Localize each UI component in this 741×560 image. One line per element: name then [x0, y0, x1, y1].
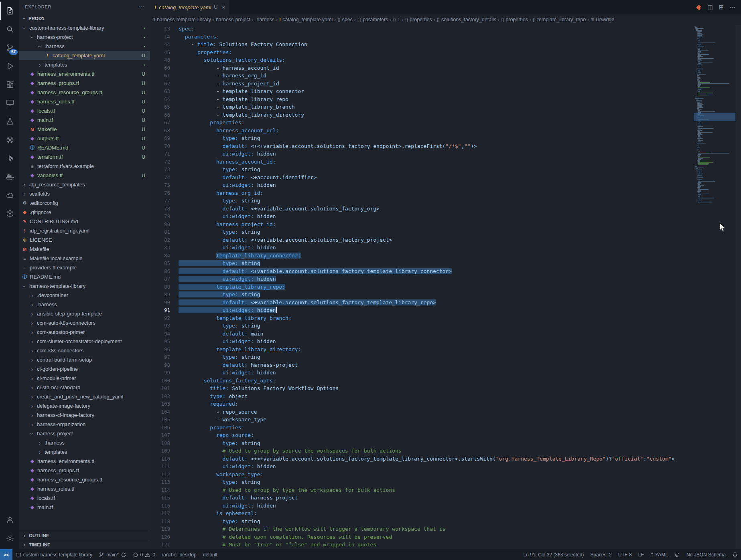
chevron-right-icon[interactable]: ›: [29, 311, 35, 317]
tree-folder-delegate-image-factory[interactable]: ›delegate-image-factory: [19, 401, 150, 410]
chevron-right-icon[interactable]: ›: [29, 421, 35, 428]
breadcrumb-item-spec[interactable]: {}spec: [337, 17, 353, 22]
remote-explorer-icon[interactable]: [0, 94, 19, 112]
code-line-102[interactable]: 102 type: object: [150, 392, 741, 400]
code-line-115[interactable]: 115 default: harness-project: [150, 494, 741, 502]
status-profile[interactable]: default: [200, 549, 221, 560]
tree-file-readme-md[interactable]: ⓘREADME.mdU: [19, 143, 150, 152]
chevron-right-icon[interactable]: ›: [29, 403, 35, 409]
tree-folder-custom-harness-template-library[interactable]: ›custom-harness-template-library●: [19, 23, 150, 32]
tree-folder-idp-resource-templates[interactable]: ›idp_resource_templates: [19, 180, 150, 189]
breadcrumb-item-template-library-repo[interactable]: {}template_library_repo: [533, 17, 586, 22]
code-line-96[interactable]: 96 template_library_directory:: [150, 346, 741, 354]
code-line-89[interactable]: 89 type: string: [150, 291, 741, 299]
split-editor-icon[interactable]: ◫: [707, 4, 713, 11]
tree-folder-ccm-k8s-connectors[interactable]: ›ccm-k8s-connectors: [19, 346, 150, 355]
code-editor[interactable]: 13spec:14 parameters:44 - title: Solutio…: [150, 25, 741, 549]
breadcrumb-item-n-harness-template-library[interactable]: n-harness-template-library: [152, 17, 211, 22]
tree-folder-harness-project[interactable]: ›harness-project●: [19, 32, 150, 42]
chevron-down-icon[interactable]: ›: [21, 283, 28, 289]
tree-file-providers-tf-example[interactable]: ≡providers.tf.example: [19, 263, 150, 272]
code-line-13[interactable]: 13spec:: [150, 25, 741, 33]
code-line-71[interactable]: 71 ui:widget: hidden: [150, 150, 741, 158]
code-line-62[interactable]: 62 - harness_project_id: [150, 80, 741, 88]
tree-file-makefile-local-example[interactable]: ≡Makefile.local.example: [19, 254, 150, 263]
code-line-91[interactable]: 91 ui:widget: hidden: [150, 306, 741, 314]
code-line-80[interactable]: 80 harness_project_id:: [150, 220, 741, 228]
status-problems[interactable]: 00: [130, 549, 158, 560]
testing-icon[interactable]: [0, 112, 19, 131]
chevron-right-icon[interactable]: ›: [37, 62, 43, 68]
breadcrumb-item-1[interactable]: {}1: [393, 17, 400, 22]
code-line-94[interactable]: 94 default: main: [150, 330, 741, 338]
code-line-82[interactable]: 82 default: <+variable.account.solutions…: [150, 236, 741, 244]
code-line-63[interactable]: 63 - template_library_connector: [150, 87, 741, 95]
breadcrumb-item-solutions-factory-details[interactable]: {}solutions_factory_details: [437, 17, 496, 22]
chevron-right-icon[interactable]: ›: [29, 357, 35, 363]
tree-folder-ccm-autostop-primer[interactable]: ›ccm-autostop-primer: [19, 328, 150, 337]
tree-file-main-tf[interactable]: ◆main.tfU: [19, 115, 150, 125]
tree-folder-ccm-cluster-orchestrator-deployment[interactable]: ›ccm-cluster-orchestrator-deployment: [19, 337, 150, 346]
tree-folder-harness-organization[interactable]: ›harness-organization: [19, 420, 150, 429]
tree-folder-harness[interactable]: ›.harness: [19, 438, 150, 447]
tree-folder-ci-sto-hcr-standard[interactable]: ›ci-sto-hcr-standard: [19, 383, 150, 392]
panel-outline[interactable]: ›OUTLINE: [19, 531, 150, 540]
chevron-right-icon[interactable]: ›: [29, 394, 35, 400]
code-line-98[interactable]: 98 default: harness-project: [150, 361, 741, 369]
breadcrumb-item-harness-project[interactable]: harness-project: [216, 17, 250, 22]
tree-file-harness-resource-groups-tf[interactable]: ◆harness_resource_groups.tfU: [19, 88, 150, 97]
code-line-70[interactable]: 70 default: <+<+variable.account.solutio…: [150, 142, 741, 150]
code-line-73[interactable]: 73 type: string: [150, 166, 741, 174]
code-line-112[interactable]: 112 workspace_type:: [150, 471, 741, 479]
run-workflow-icon[interactable]: [695, 4, 702, 10]
tree-folder-central-build-farm-setup[interactable]: ›central-build-farm-setup: [19, 355, 150, 364]
status-workspace-name[interactable]: custom-harness-template-library: [12, 549, 95, 560]
chevron-down-icon[interactable]: ›: [21, 25, 28, 31]
code-line-111[interactable]: 111 ui:widget: hidden: [150, 463, 741, 471]
chevron-right-icon[interactable]: ›: [29, 384, 35, 391]
code-line-110[interactable]: 110 default: <+<+variable.account.soluti…: [150, 455, 741, 463]
chevron-right-icon[interactable]: ›: [29, 320, 35, 326]
code-line-14[interactable]: 14 parameters:: [150, 33, 741, 41]
code-line-69[interactable]: 69 type: string: [150, 134, 741, 142]
tree-file-locals-tf[interactable]: ◆locals.tfU: [19, 106, 150, 115]
explorer-more-actions-icon[interactable]: ⋯: [138, 3, 144, 10]
docker-icon[interactable]: [0, 168, 19, 186]
tree-file-main-tf[interactable]: ◆main.tf: [19, 503, 150, 512]
chevron-right-icon[interactable]: ›: [29, 301, 35, 308]
chevron-right-icon[interactable]: ›: [29, 412, 35, 418]
code-line-83[interactable]: 83 ui:widget: hidden: [150, 244, 741, 252]
code-line-76[interactable]: 76 harness_org_id:: [150, 189, 741, 197]
containers-icon[interactable]: [0, 204, 19, 223]
code-line-90[interactable]: 90 default: <+variable.account.solutions…: [150, 299, 741, 307]
code-line-61[interactable]: 61 - harness_org_id: [150, 72, 741, 80]
code-line-116[interactable]: 116 ui:widget: hidden: [150, 502, 741, 510]
status-notifications[interactable]: [729, 549, 741, 560]
kubernetes-icon[interactable]: [0, 131, 19, 149]
status-git-branch[interactable]: main*: [95, 549, 130, 560]
status-eol[interactable]: LF: [635, 549, 647, 560]
chevron-right-icon[interactable]: ›: [29, 375, 35, 382]
tree-file-harness-environments-tf[interactable]: ◆harness_environments.tf: [19, 457, 150, 466]
tree-file-harness-roles-tf[interactable]: ◆harness_roles.tfU: [19, 97, 150, 106]
tree-file-harness-groups-tf[interactable]: ◆harness_groups.tfU: [19, 79, 150, 88]
code-line-46[interactable]: 46 solutions_factory_details:: [150, 56, 741, 64]
tree-file-locals-tf[interactable]: ◆locals.tf: [19, 493, 150, 503]
code-line-120[interactable]: 120 # deleted upon completion. Resources…: [150, 533, 741, 541]
tree-folder-harness[interactable]: ›.harness●: [19, 42, 150, 51]
status-rancher-desktop[interactable]: rancher-desktop: [158, 549, 200, 560]
tree-folder-ci-module-primer[interactable]: ›ci-module-primer: [19, 374, 150, 383]
status-feedback[interactable]: [671, 549, 683, 560]
tree-file-makefile[interactable]: MMakefile: [19, 245, 150, 254]
code-line-79[interactable]: 79 ui:widget: hidden: [150, 212, 741, 220]
code-line-64[interactable]: 64 - template_library_repo: [150, 95, 741, 103]
code-line-99[interactable]: 99 ui:widget: hidden: [150, 369, 741, 377]
code-line-85[interactable]: 85 type: string: [150, 259, 741, 267]
tree-file-catalog-template-yaml[interactable]: !catalog_template.yamlU: [19, 51, 150, 60]
code-line-68[interactable]: 68 harness_account_url:: [150, 127, 741, 135]
chevron-right-icon[interactable]: ›: [37, 440, 43, 446]
code-line-77[interactable]: 77 type: string: [150, 197, 741, 205]
code-line-114[interactable]: 114 # Used to group by type the workspac…: [150, 486, 741, 494]
code-line-107[interactable]: 107 repo_source:: [150, 431, 741, 439]
status-cursor-position[interactable]: Ln 91, Col 32 (363 selected): [520, 549, 587, 560]
